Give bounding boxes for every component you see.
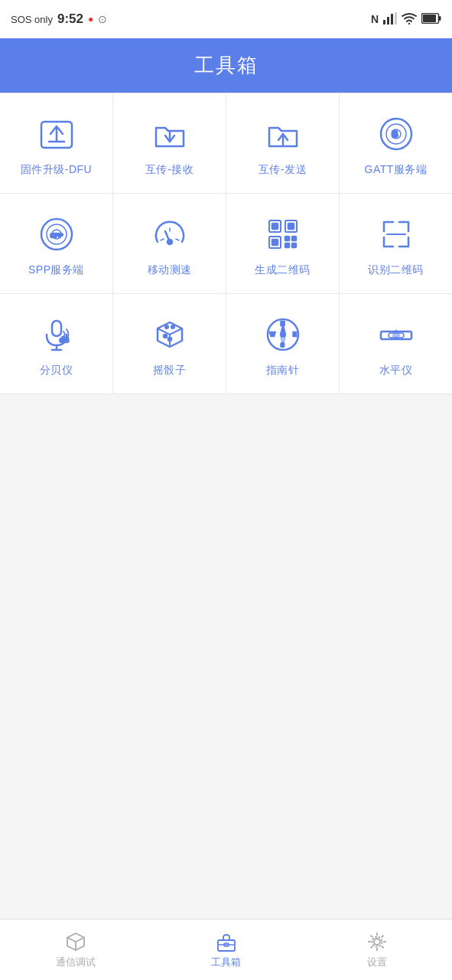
nav-comm-debug[interactable]: 通信调试 <box>0 925 151 975</box>
svg-point-4 <box>408 22 410 24</box>
svg-point-22 <box>167 240 172 244</box>
svg-rect-32 <box>285 237 289 240</box>
svg-point-43 <box>168 338 171 341</box>
status-extra-icon: ⊙ <box>98 13 107 25</box>
nfc-icon: N <box>371 13 379 25</box>
signal-bars-icon <box>383 12 397 27</box>
tool-mutual-send[interactable]: 互传-发送 <box>226 93 340 193</box>
svg-point-66 <box>374 939 380 945</box>
tool-spp-server[interactable]: SPP SPP服务端 <box>0 194 113 293</box>
battery-icon <box>421 13 441 26</box>
svg-rect-63 <box>218 940 235 951</box>
svg-point-46 <box>171 325 174 328</box>
qr-scan-icon <box>375 213 418 256</box>
svg-point-57 <box>393 334 399 338</box>
speedometer-icon <box>148 213 191 256</box>
svg-line-60 <box>67 937 76 942</box>
status-time: 9:52 <box>57 11 83 27</box>
svg-rect-3 <box>395 12 397 24</box>
tool-gatt-server-label: GATT服务端 <box>365 163 428 177</box>
status-left: SOS only 9:52 ● ⊙ <box>11 11 107 27</box>
tool-mutual-receive-label: 互传-接收 <box>145 163 193 177</box>
empty-area <box>0 394 452 919</box>
svg-text:N: N <box>281 321 285 326</box>
svg-rect-0 <box>383 20 385 24</box>
wifi-icon <box>402 12 417 27</box>
svg-text:B: B <box>392 130 398 139</box>
tool-firmware-dfu[interactable]: 固件升级-DFU <box>0 93 113 193</box>
bottom-nav: 通信调试 工具箱 设置 <box>0 919 452 980</box>
status-right: N <box>371 12 441 27</box>
svg-rect-31 <box>272 240 278 245</box>
toolbox-icon <box>216 931 237 952</box>
cube-icon <box>65 931 86 952</box>
nav-toolbox[interactable]: 工具箱 <box>151 925 301 975</box>
tool-speed-test-label: 移动测速 <box>148 263 192 277</box>
tool-level-label: 水平仪 <box>379 364 413 377</box>
svg-rect-34 <box>285 243 289 247</box>
gear-icon <box>366 931 388 952</box>
svg-rect-7 <box>439 16 441 21</box>
svg-text:E: E <box>293 332 297 337</box>
svg-rect-35 <box>292 243 296 247</box>
upload-box-icon <box>35 113 78 155</box>
svg-rect-6 <box>423 15 436 22</box>
status-bar: SOS only 9:52 ● ⊙ N <box>0 0 452 38</box>
svg-line-24 <box>176 239 179 240</box>
tool-decibel[interactable]: dB 分贝仪 <box>0 294 113 394</box>
status-sos-text: SOS only <box>11 14 53 25</box>
svg-text:S: S <box>281 342 285 348</box>
nav-toolbox-label: 工具箱 <box>211 956 241 969</box>
tool-gen-qr-label: 生成二维码 <box>255 263 311 277</box>
status-badge: ● <box>88 14 93 24</box>
svg-line-61 <box>76 937 84 942</box>
ble-circle-icon: B <box>375 113 418 155</box>
folder-send-icon <box>262 113 304 155</box>
svg-rect-29 <box>288 224 294 229</box>
level-icon <box>375 313 418 356</box>
nav-settings[interactable]: 设置 <box>301 925 452 975</box>
svg-rect-27 <box>272 224 278 229</box>
tool-compass[interactable]: N E S W 指南针 <box>226 294 340 394</box>
svg-text:W: W <box>270 332 275 337</box>
grid-row-1: 固件升级-DFU 互传-接收 互传-发送 <box>0 93 452 194</box>
svg-rect-37 <box>52 321 61 336</box>
folder-receive-icon <box>148 113 191 155</box>
tool-gen-qr[interactable]: 生成二维码 <box>226 194 340 293</box>
svg-point-50 <box>281 333 285 337</box>
page-title: 工具箱 <box>194 54 259 77</box>
nav-settings-label: 设置 <box>367 956 387 969</box>
app-header: 工具箱 <box>0 38 452 93</box>
tool-dice[interactable]: 摇骰子 <box>113 294 226 394</box>
decibel-icon: dB <box>35 313 78 356</box>
tool-gatt-server[interactable]: B GATT服务端 <box>340 93 452 193</box>
tool-speed-test[interactable]: 移动测速 <box>113 194 226 293</box>
tool-scan-qr-label: 识别二维码 <box>368 263 424 277</box>
svg-rect-2 <box>391 14 393 24</box>
tool-firmware-dfu-label: 固件升级-DFU <box>21 163 92 177</box>
tool-dice-label: 摇骰子 <box>153 364 187 377</box>
qr-code-icon <box>262 213 304 256</box>
tool-spp-server-label: SPP服务端 <box>28 263 84 277</box>
tool-grid: 固件升级-DFU 互传-接收 互传-发送 <box>0 93 452 394</box>
compass-icon: N E S W <box>262 313 304 356</box>
grid-row-2: SPP SPP服务端 移动测速 <box>0 194 452 294</box>
svg-text:SPP: SPP <box>50 232 63 239</box>
spp-circle-icon: SPP <box>35 213 78 256</box>
dice-icon <box>148 313 191 356</box>
tool-mutual-receive[interactable]: 互传-接收 <box>113 93 226 193</box>
svg-point-42 <box>164 335 167 338</box>
svg-rect-1 <box>387 17 389 24</box>
svg-point-45 <box>165 325 168 328</box>
grid-row-3: dB 分贝仪 <box>0 294 452 394</box>
svg-rect-33 <box>292 237 296 240</box>
tool-level[interactable]: 水平仪 <box>340 294 452 394</box>
tool-mutual-send-label: 互传-发送 <box>259 163 307 177</box>
svg-line-23 <box>161 239 164 240</box>
tool-compass-label: 指南针 <box>266 364 300 377</box>
tool-scan-qr[interactable]: 识别二维码 <box>340 194 452 293</box>
tool-decibel-label: 分贝仪 <box>40 364 73 377</box>
nav-comm-debug-label: 通信调试 <box>56 956 96 969</box>
